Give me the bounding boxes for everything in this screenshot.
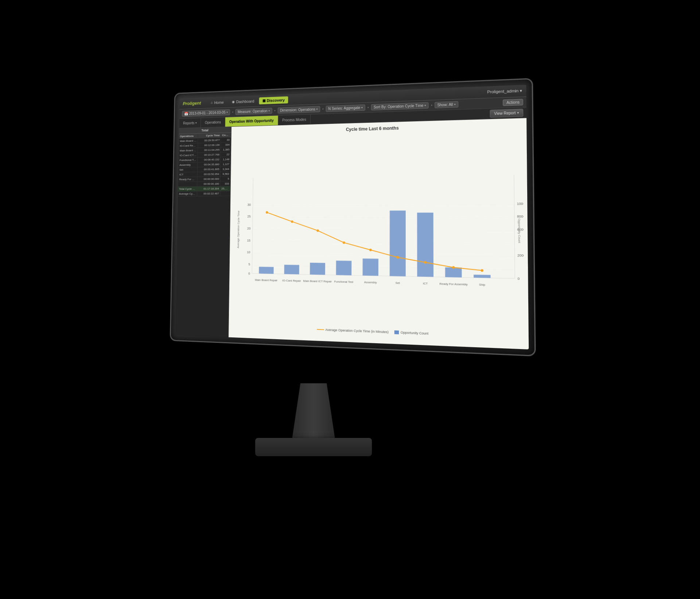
time-total: 01:17:16.204 — [197, 187, 221, 191]
time-2: 00:11:04.255 — [198, 148, 221, 153]
count-0: 30 — [221, 138, 231, 142]
bar-5 — [390, 211, 406, 277]
svg-text:2000: 2000 — [517, 254, 525, 258]
monitor-stand-neck — [292, 383, 335, 442]
measure-filter[interactable]: Measure: Operation ▾ — [235, 108, 272, 115]
op-8: Ready For Assembly — [178, 177, 198, 182]
reports-caret: ▾ — [195, 121, 197, 125]
main-content: Total Operations Cycle Time Count Main B… — [175, 118, 529, 349]
svg-text:Ready For Assembly: Ready For Assembly — [439, 282, 468, 286]
svg-text:Assembly: Assembly — [364, 280, 377, 284]
date-range-filter[interactable]: 📅 2013-09-01 - 2014-03-05 ▾ — [182, 109, 230, 117]
col-opp-count: Count — [221, 133, 231, 137]
monitor-screen: Proligent ⌂ Home ◉ Dashboard ▦ Discovery — [175, 85, 529, 349]
svg-text:25: 25 — [247, 215, 251, 218]
legend-bar-label: Opportunity Count — [401, 330, 428, 335]
legend-line-label: Average Operation Cycle Time (in Minutes… — [325, 328, 388, 334]
nav-home[interactable]: ⌂ Home — [207, 98, 227, 106]
op-with-opp-label: Operation With Opportunity — [229, 118, 274, 124]
reports-label: Reports — [183, 121, 194, 125]
count-6: 3,344 — [221, 167, 231, 172]
svg-text:IO-Card Repair: IO-Card Repair — [282, 279, 301, 282]
monitor-container: Proligent ⌂ Home ◉ Dashboard ▦ Discovery — [131, 85, 569, 485]
monitor-stand-base — [255, 438, 372, 456]
chart-area: Cycle time Last 6 months 0 5 10 — [229, 118, 529, 349]
dim-caret: ▾ — [316, 107, 318, 111]
calendar-icon: 📅 — [184, 112, 188, 116]
sort-filter[interactable]: Sort By: Operation Cycle Time ▾ — [371, 102, 429, 110]
line-dot-2 — [316, 230, 319, 232]
line-dot-4 — [369, 248, 372, 251]
svg-text:Opportunity Count: Opportunity Count — [517, 219, 521, 243]
app-wrapper: Proligent ⌂ Home ◉ Dashboard ▦ Discovery — [175, 85, 529, 349]
dashboard-icon: ◉ — [232, 100, 235, 104]
svg-text:30: 30 — [248, 203, 251, 206]
sub-nav-operation-with-opportunity[interactable]: Operation With Opportunity — [225, 116, 278, 126]
col-operations: Operations — [179, 134, 198, 139]
date-range-label: 2013-09-01 - 2014-03-05 — [189, 110, 226, 116]
nav-discovery[interactable]: ▦ Discovery — [259, 96, 288, 104]
measure-label: Measure: Operation — [238, 109, 268, 114]
count-avg — [220, 191, 230, 196]
nav-dashboard[interactable]: ◉ Dashboard — [229, 97, 258, 105]
op-5: Assembly — [178, 163, 198, 167]
table-footer-total: Total Cycle Time 01:17:16.204 25,129 — [178, 186, 230, 192]
date-caret: ▾ — [226, 111, 228, 114]
time-5: 00:04:35.880 — [198, 162, 221, 167]
bar-4 — [363, 259, 378, 276]
actions-button[interactable]: Actions — [503, 99, 523, 106]
table-footer-avg: Average Cycle Time 00:02:22.467 — [178, 191, 230, 196]
svg-text:ICT: ICT — [423, 282, 428, 285]
line-dot-0 — [266, 211, 268, 214]
nav-discovery-label: Discovery — [267, 98, 285, 102]
view-report-button[interactable]: View Report ▾ — [490, 109, 523, 118]
svg-text:15: 15 — [247, 238, 251, 242]
sub-nav-operations[interactable]: Operations — [201, 117, 225, 128]
count-8: 5 — [221, 176, 231, 181]
user-menu[interactable]: Proligent_admin ▾ — [487, 88, 522, 94]
svg-line-14 — [253, 205, 514, 205]
op-0: Main Board Repair — [179, 138, 198, 144]
measure-caret: ▾ — [268, 109, 270, 113]
bar-6 — [417, 213, 433, 277]
discovery-icon: ▦ — [262, 99, 265, 103]
time-1: 00:12:06.136 — [198, 143, 221, 148]
app-logo: Proligent — [183, 101, 201, 106]
legend-bar: Opportunity Count — [394, 330, 428, 336]
time-4: 00:08:40.152 — [198, 157, 221, 162]
col-cycle-time: Cycle Time — [198, 133, 221, 138]
legend-line: Average Operation Cycle Time (in Minutes… — [317, 328, 389, 334]
svg-line-31 — [514, 175, 515, 279]
svg-text:10: 10 — [247, 250, 250, 254]
svg-line-0 — [252, 178, 253, 273]
sub-nav-process-modes[interactable]: Process Modes — [278, 114, 311, 125]
legend-line-color — [317, 329, 324, 330]
series-filter[interactable]: N Series: Aggregate ▾ — [326, 105, 365, 112]
svg-text:10000: 10000 — [517, 201, 525, 205]
time-7: 00:03:50.954 — [198, 172, 221, 176]
show-filter[interactable]: Show: All ▾ — [435, 101, 458, 108]
legend-bar-color — [394, 330, 399, 334]
count-total: 25,129 — [220, 186, 230, 191]
count-3: 22 — [221, 152, 231, 157]
monitor-bezel: Proligent ⌂ Home ◉ Dashboard ▦ Discovery — [170, 78, 536, 356]
time-9: 00:00:00.180 — [197, 181, 221, 186]
time-6: 00:03:41.605 — [198, 167, 221, 172]
bar-8 — [474, 275, 490, 278]
svg-text:0: 0 — [248, 271, 250, 275]
count-1: 334 — [221, 142, 231, 147]
sep4: • — [368, 105, 369, 109]
sort-caret: ▾ — [424, 104, 426, 107]
operations-label: Operations — [205, 120, 221, 125]
svg-text:0: 0 — [518, 277, 520, 281]
chart-svg-container: 0 5 10 15 20 25 30 — [232, 130, 525, 334]
line-dot-3 — [343, 242, 345, 244]
svg-text:20: 20 — [247, 227, 251, 230]
dimension-filter[interactable]: Dimension: Operations ▾ — [277, 106, 320, 114]
svg-text:Functional Test: Functional Test — [334, 280, 354, 284]
svg-text:5: 5 — [248, 262, 250, 266]
sub-nav-reports[interactable]: Reports ▾ — [179, 118, 201, 128]
count-9: 333 — [220, 181, 230, 186]
sep3: • — [322, 107, 323, 111]
op-3: IO-Card ICT Repair — [179, 153, 198, 157]
